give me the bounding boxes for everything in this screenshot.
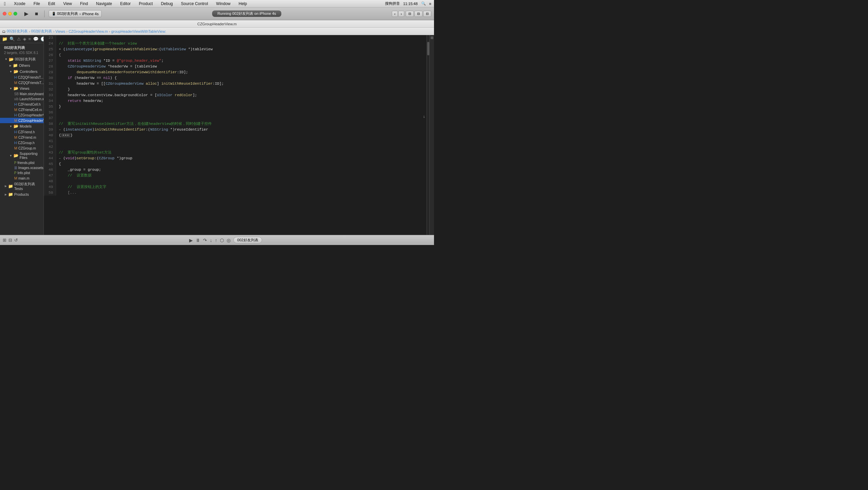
forward-button[interactable]: › [398,11,404,17]
debug-simulate-icon[interactable]: ◎ [227,238,231,243]
sidebar-group-main[interactable]: ▼ 📂 002好友列表 [0,56,44,62]
menu-editor[interactable]: Editor [119,1,132,6]
menu-window[interactable]: Window [215,1,232,6]
stop-button[interactable]: ■ [33,10,40,18]
debug-breakpoint-icon[interactable]: ⬡ [220,238,224,243]
file-label: CZGroupHeaderView.h [18,113,44,117]
close-button[interactable] [3,12,6,16]
file-label: CZGroup.m [18,146,36,150]
menu-edit[interactable]: Edit [47,1,57,6]
scheme-tab[interactable]: 002好友列表 [233,237,262,243]
sidebar-file-czqqfriends-h[interactable]: H CZQQFriendsT...iewController.h [0,75,44,80]
sidebar-file-czgroupheaderview-h[interactable]: H CZGroupHeaderView.h [0,112,44,118]
file-icon: M [14,146,17,150]
code-line-50: [... [59,190,427,196]
sidebar-icon-warning[interactable]: ⚠ [17,36,21,42]
debug-step-into-icon[interactable]: ↓ [210,238,212,243]
menu-help[interactable]: Help [237,1,249,6]
sidebar-group-views[interactable]: ▼ 📂 Views [0,85,44,91]
scrollbar-thumb[interactable] [427,42,429,55]
apple-menu[interactable]:  [3,1,7,6]
sidebar-file-friends-plist[interactable]: P friends.plist [0,160,44,165]
sidebar-icon-folder[interactable]: 📁 [2,36,7,42]
breadcrumb-part-1[interactable]: 002好友列表 [31,29,52,34]
main-layout: 📁 🔍 ⚠ ◈ ≡ 💬 🕐 002好友列表 2 targets, iOS SDK… [0,35,434,235]
sidebar-file-czfriend-h[interactable]: H CZFriend.h [0,129,44,135]
sidebar-icon-bookmark[interactable]: ◈ [23,36,26,42]
triangle-icon: ▶ [5,193,7,196]
chevron-right-icon: › [79,12,81,16]
group-label: Others [19,63,30,67]
breadcrumb-part-3[interactable]: CZGroupHeaderView.m [69,29,108,33]
back-button[interactable]: ‹ [392,11,398,17]
sidebar-group-products[interactable]: ▶ 📁 Products [0,191,44,197]
sidebar-group-controllers[interactable]: ▼ 📂 Controllers [0,69,44,75]
sidebar-file-czfriend-m[interactable]: M CZFriend.m [0,135,44,140]
history-icon[interactable]: ↺ [14,238,18,243]
breadcrumb-part-4[interactable]: groupHeaderViewWithTableView: [111,29,166,33]
run-button[interactable]: ▶ [23,10,30,18]
left-panel-toggle[interactable]: ⊟ [406,11,414,17]
code-line-24: // 封装一个类方法来创建一个header view [59,41,427,47]
sidebar-group-models[interactable]: ▼ 📂 Models [0,123,44,129]
sidebar-group-others[interactable]: ▶ 📁 Others [0,62,44,69]
sidebar-file-czgroup-h[interactable]: H CZGroup.h [0,140,44,145]
code-lines[interactable]: // 封装一个类方法来创建一个header view + (instancety… [56,35,429,196]
right-panel-toggle[interactable]: ⊟ [423,11,431,17]
breadcrumb-part-2[interactable]: Views [55,29,65,33]
file-icon: M [14,176,17,180]
sidebar-file-main-storyboard[interactable]: SB Main.storyboard [0,91,44,97]
right-panel-handle[interactable] [431,36,433,39]
menu-view[interactable]: View [62,1,73,6]
sidebar-file-xcassets[interactable]: ☰ Images.xcassets [0,165,44,170]
menubar:  Xcode File Edit View Find Navigate Edi… [0,0,434,7]
sidebar-file-czfriendcell-h[interactable]: H CZFriendCell.h [0,102,44,107]
menu-extras-icon[interactable]: ≡ [429,2,431,6]
scrollbar[interactable] [427,35,429,235]
file-icon: M [14,118,17,123]
bottom-panel-toggle[interactable]: ⊟ [414,11,423,17]
editor-area[interactable]: 23 24 25 26 27 28 29 30 31 32 33 34 35 3… [44,35,429,235]
code-line-37 [59,115,427,121]
navigator-icon[interactable]: ⊞ [3,238,6,243]
code-line-44: - (void)setGroup:(CZGroup *)group [59,156,427,161]
sidebar-file-launchscreen[interactable]: xib LaunchScreen.xib [0,97,44,102]
sidebar-file-czqqfriends-m[interactable]: M CZQQFriendsT...ewController.m [0,80,44,85]
debug-step-out-icon[interactable]: ↑ [215,238,217,243]
file-icon: P [14,161,17,165]
issue-icon[interactable]: ⊟ [8,238,12,243]
breadcrumb-part-0[interactable]: 002好友列表 [7,29,28,34]
menu-navigate[interactable]: Navigate [95,1,113,6]
maximize-button[interactable] [14,12,17,16]
sidebar-file-czfriendcell-m[interactable]: M CZFriendCell.m [0,107,44,112]
sidebar-file-czgroupheaderview-m[interactable]: M CZGroupHeaderView.m [0,118,44,123]
sidebar-file-info-plist[interactable]: P Info.plist [0,170,44,175]
folder-icon: 📁 [8,184,13,189]
project-name[interactable]: 002好友列表 [2,45,42,51]
menu-file[interactable]: File [32,1,41,6]
file-icon: M [14,108,17,112]
sidebar-icon-bubble[interactable]: 💬 [33,36,39,42]
breadcrumb-icon: 🗂 [2,29,6,33]
minimize-button[interactable] [8,12,12,16]
menu-find[interactable]: Find [79,1,89,6]
folder-icon: 📁 [8,192,13,197]
debug-pause-icon[interactable]: ⏸ [196,238,200,243]
sidebar-file-czgroup-m[interactable]: M CZGroup.m [0,145,44,151]
debug-step-over-icon[interactable]: ↷ [203,238,207,243]
sidebar-icon-history[interactable]: 🕐 [41,36,44,42]
file-icon: M [14,135,17,139]
file-icon: H [14,75,17,79]
sidebar-icon-search[interactable]: 🔍 [9,36,15,42]
menu-xcode[interactable]: Xcode [12,1,27,6]
menu-source-control[interactable]: Source Control [180,1,209,6]
menu-product[interactable]: Product [137,1,154,6]
debug-run-icon[interactable]: ▶ [189,238,193,243]
sidebar-icon-list[interactable]: ≡ [28,36,31,42]
search-icon[interactable]: 🔍 [421,1,426,6]
scheme-selector[interactable]: 📱 002好友列表 › iPhone 4s [49,10,102,17]
menu-debug[interactable]: Debug [159,1,174,6]
sidebar-group-supporting[interactable]: ▼ 📂 Supporting Files [0,151,44,160]
sidebar-file-main-m[interactable]: M main.m [0,175,44,181]
sidebar-group-tests[interactable]: ▶ 📁 002好友列表Tests [0,181,44,191]
